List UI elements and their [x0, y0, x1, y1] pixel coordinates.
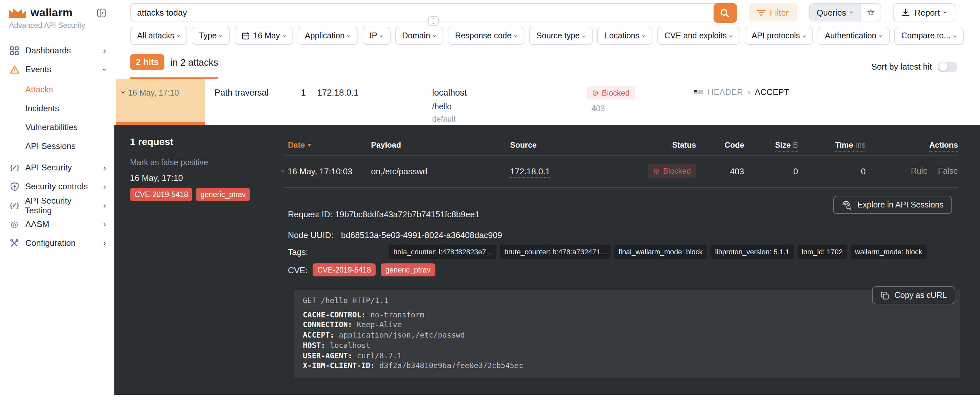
search-expand-handle[interactable]: ⌃⌄	[428, 16, 439, 26]
chevron-down-icon: ›	[848, 11, 856, 13]
sidebar-item-events[interactable]: Events ›	[9, 60, 106, 79]
cve-pill[interactable]: generic_ptrav	[381, 263, 435, 276]
tag-pill[interactable]: bola_counter: i:478:f82823e7...	[389, 245, 496, 259]
sidebar-item-api-sessions[interactable]: API Sessions	[9, 137, 106, 155]
col-header-size[interactable]: Size B	[744, 140, 798, 150]
chip-label: Locations	[605, 31, 640, 40]
filter-chip-locations[interactable]: Locations›	[598, 27, 653, 45]
summary-cve-tags: CVE-2019-5418 generic_ptrav	[130, 188, 250, 201]
chip-label: Domain	[402, 31, 430, 40]
sort-label: Sort by latest hit	[872, 62, 932, 72]
filter-chip-ip[interactable]: IP›	[362, 27, 390, 45]
search-icon	[720, 8, 730, 18]
blocked-icon: ⊘	[592, 88, 598, 97]
mark-false-positive-link[interactable]: Mark as false positive	[130, 158, 208, 167]
request-size: 0	[744, 166, 798, 176]
attack-row[interactable]: › 16 May, 17:10 Path traversal 1 172.18.…	[115, 79, 980, 125]
request-source-link[interactable]: 172.18.0.1	[510, 166, 550, 177]
attack-source-ip: 172.18.0.1	[317, 88, 359, 97]
cve-pill[interactable]: CVE-2019-5418	[313, 263, 375, 276]
node-uuid-value: bd68513a-5e03-4991-8024-a36408dac909	[341, 230, 502, 240]
col-header-code[interactable]: Code	[696, 140, 744, 150]
attack-hit-count: 1	[301, 88, 306, 97]
sidebar-item-api-security-testing[interactable]: {✓} API Security Testing ›	[9, 196, 106, 215]
cve-tag[interactable]: CVE-2019-5418	[130, 188, 192, 201]
sidebar-item-incidents[interactable]: Incidents	[9, 99, 106, 118]
filter-chip-authentication[interactable]: Authentication›	[818, 27, 890, 45]
filter-chip-all-attacks[interactable]: All attacks›	[130, 27, 188, 45]
braces-check-icon: {✓}	[9, 164, 19, 171]
chevron-down-icon: ›	[175, 35, 183, 37]
col-header-payload[interactable]: Payload	[371, 140, 510, 150]
search-button[interactable]	[713, 3, 737, 23]
report-button[interactable]: Report ›	[893, 3, 955, 21]
collapse-sidebar-icon[interactable]	[97, 8, 106, 18]
copy-as-curl-button[interactable]: Copy as cURL	[872, 286, 955, 304]
http-header: USER-AGENT: curl/8.7.1	[303, 351, 951, 361]
chip-label: Application	[305, 31, 344, 40]
col-header-date[interactable]: Date▼	[284, 140, 371, 150]
tag-pill[interactable]: lom_id: 1702	[797, 245, 847, 259]
col-header-source[interactable]: Source	[510, 140, 631, 150]
chip-label: Type	[199, 31, 217, 40]
queries-group: Queries › ☆	[809, 3, 881, 21]
chip-label: Response code	[455, 31, 511, 40]
filter-chip-response-code[interactable]: Response code›	[448, 27, 525, 45]
status-label: Blocked	[602, 88, 629, 97]
filter-chip-application[interactable]: Application›	[298, 27, 358, 45]
attack-date-cell[interactable]: › 16 May, 17:10	[116, 79, 205, 125]
copy-icon	[881, 291, 889, 300]
tag-pill[interactable]: wallarm_mode: block	[850, 245, 927, 259]
filter-button[interactable]: Filter	[748, 3, 797, 21]
attack-app-pool: default	[432, 115, 455, 124]
sidebar-item-configuration[interactable]: Configuration ›	[9, 234, 106, 252]
filter-chip-compare-to[interactable]: Compare to...›	[894, 27, 964, 45]
filter-icon	[757, 9, 765, 16]
filter-chip-source-type[interactable]: Source type›	[529, 27, 593, 45]
queries-label: Queries	[816, 8, 846, 17]
cve-tag[interactable]: generic_ptrav	[196, 188, 250, 201]
sort-toggle[interactable]	[938, 61, 957, 72]
col-header-actions[interactable]: Actions	[865, 140, 958, 150]
explore-api-sessions-button[interactable]: Explore in API Sessions	[834, 196, 952, 214]
filter-chip-api-protocols[interactable]: API protocols›	[745, 27, 813, 45]
sidebar-label: API Security Testing	[25, 196, 97, 215]
filter-chip-date[interactable]: 16 May›	[235, 27, 293, 45]
filter-chip-domain[interactable]: Domain›	[395, 27, 444, 45]
col-header-time[interactable]: Time ms	[798, 140, 865, 150]
request-table-row[interactable]: › 16 May, 17:10:03 on,/etc/passwd 172.18…	[284, 156, 958, 188]
sidebar-item-security-controls[interactable]: Security controls ›	[9, 177, 106, 196]
warning-triangle-icon	[9, 65, 19, 74]
chevron-down-icon: ›	[346, 35, 353, 37]
favorite-star-button[interactable]: ☆	[860, 4, 881, 21]
sidebar-item-aasm[interactable]: ◎ AASM ›	[9, 215, 106, 234]
sidebar-item-attacks[interactable]: Attacks	[9, 80, 106, 99]
request-actions: Rule False	[865, 166, 958, 175]
target-circles-icon: ◎	[9, 219, 19, 229]
sidebar-item-vulnerabilities[interactable]: Vulnerabilities	[9, 118, 106, 137]
tag-pill[interactable]: libproton_version: 5.1.1	[711, 245, 794, 259]
filter-chip-type[interactable]: Type›	[192, 27, 230, 45]
hits-count-badge: 2 hits	[130, 54, 165, 70]
http-header: X-IBM-CLIENT-ID: d3f2a7b34810e96a7fee0e3…	[303, 361, 951, 371]
false-action-link[interactable]: False	[938, 166, 958, 175]
braces-check-icon: {✓}	[9, 202, 19, 209]
sidebar-item-api-security[interactable]: {✓} API Security ›	[9, 158, 106, 177]
header-parameter-icon	[694, 89, 703, 95]
filter-chip-cve-exploits[interactable]: CVE and exploits›	[657, 27, 740, 45]
tag-pill[interactable]: brute_counter: b:478:a732471...	[500, 245, 611, 259]
node-uuid-line: Node UUID: bd68513a-5e03-4991-8024-a3640…	[288, 230, 502, 240]
attack-type: Path traversal	[215, 88, 269, 97]
chevron-right-icon: ›	[103, 238, 106, 247]
tag-pill[interactable]: final_wallarm_mode: block	[614, 245, 707, 259]
hits-tab: 2 hits in 2 attacks	[130, 54, 218, 79]
queries-button[interactable]: Queries ›	[810, 4, 860, 21]
filter-label: Filter	[770, 8, 789, 17]
cve-label: CVE:	[288, 265, 308, 275]
col-header-status[interactable]: Status	[631, 140, 696, 150]
sidebar-item-dashboards[interactable]: Dashboards ›	[9, 41, 106, 60]
chevron-down-icon: ›	[801, 35, 808, 37]
chevron-down-icon: ›	[513, 35, 520, 37]
search-input[interactable]	[130, 8, 722, 17]
rule-action-link[interactable]: Rule	[911, 166, 928, 175]
